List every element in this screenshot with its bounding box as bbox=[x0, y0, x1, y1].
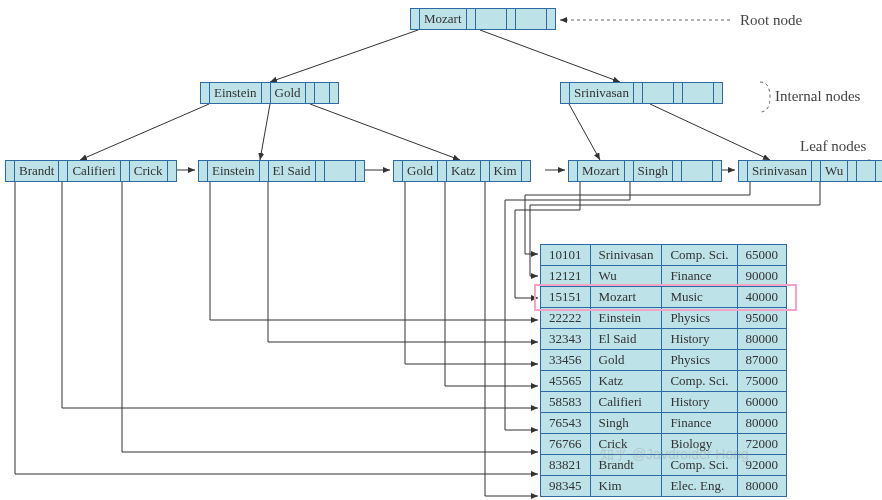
table-cell-salary: 80000 bbox=[737, 413, 787, 434]
leaf-node-0: Brandt Califieri Crick bbox=[5, 160, 177, 182]
table-cell-id: 15151 bbox=[541, 287, 591, 308]
root-node: Mozart bbox=[410, 8, 556, 30]
table-cell-dept: Elec. Eng. bbox=[662, 476, 737, 497]
leaf-node-3: Mozart Singh bbox=[568, 160, 722, 182]
table-cell-id: 98345 bbox=[541, 476, 591, 497]
svg-line-2 bbox=[480, 30, 620, 82]
internal-1-key-0: Srinivasan bbox=[570, 83, 634, 103]
table-cell-id: 12121 bbox=[541, 266, 591, 287]
svg-line-5 bbox=[310, 104, 460, 160]
table-cell-id: 58583 bbox=[541, 392, 591, 413]
table-cell-name: Califieri bbox=[590, 392, 662, 413]
table-cell-salary: 80000 bbox=[737, 329, 787, 350]
table-cell-id: 32343 bbox=[541, 329, 591, 350]
table-cell-salary: 40000 bbox=[737, 287, 787, 308]
table-cell-id: 76766 bbox=[541, 434, 591, 455]
internal-0-key-0: Einstein bbox=[210, 83, 262, 103]
table-row: 22222EinsteinPhysics95000 bbox=[541, 308, 787, 329]
internal-node-1: Srinivasan bbox=[560, 82, 723, 104]
table-cell-dept: Comp. Sci. bbox=[662, 371, 737, 392]
table-row: 32343El SaidHistory80000 bbox=[541, 329, 787, 350]
table-cell-salary: 65000 bbox=[737, 245, 787, 266]
table-cell-salary: 75000 bbox=[737, 371, 787, 392]
leaf-0-key-0: Brandt bbox=[15, 161, 59, 181]
svg-line-7 bbox=[650, 104, 770, 160]
table-cell-id: 76543 bbox=[541, 413, 591, 434]
table-row: 33456GoldPhysics87000 bbox=[541, 350, 787, 371]
leaf-3-key-0: Mozart bbox=[578, 161, 625, 181]
leaf-node-2: Gold Katz Kim bbox=[393, 160, 531, 182]
leaf-1-key-1: El Said bbox=[269, 161, 316, 181]
table-cell-dept: Physics bbox=[662, 350, 737, 371]
leaf-label: Leaf nodes bbox=[800, 138, 866, 155]
leaf-3-key-1: Singh bbox=[634, 161, 673, 181]
table-row: 10101SrinivasanComp. Sci.65000 bbox=[541, 245, 787, 266]
table-row: 12121WuFinance90000 bbox=[541, 266, 787, 287]
table-cell-dept: Comp. Sci. bbox=[662, 245, 737, 266]
leaf-2-key-2: Kim bbox=[490, 161, 522, 181]
table-row: 45565KatzComp. Sci.75000 bbox=[541, 371, 787, 392]
root-key-0: Mozart bbox=[420, 9, 467, 29]
table-cell-dept: History bbox=[662, 329, 737, 350]
table-cell-name: Katz bbox=[590, 371, 662, 392]
table-cell-id: 10101 bbox=[541, 245, 591, 266]
table-cell-id: 33456 bbox=[541, 350, 591, 371]
table-cell-name: El Said bbox=[590, 329, 662, 350]
table-cell-dept: Music bbox=[662, 287, 737, 308]
table-cell-dept: Physics bbox=[662, 308, 737, 329]
table-cell-name: Mozart bbox=[590, 287, 662, 308]
table-row: 58583CalifieriHistory60000 bbox=[541, 392, 787, 413]
leaf-2-key-0: Gold bbox=[403, 161, 438, 181]
internal-label: Internal nodes bbox=[775, 88, 860, 105]
table-cell-id: 83821 bbox=[541, 455, 591, 476]
svg-line-4 bbox=[260, 104, 270, 160]
watermark: 知乎 @Javdroider Hong bbox=[600, 446, 749, 464]
table-cell-name: Gold bbox=[590, 350, 662, 371]
internal-node-0: Einstein Gold bbox=[200, 82, 339, 104]
table-cell-salary: 60000 bbox=[737, 392, 787, 413]
leaf-node-4: Srinivasan Wu bbox=[738, 160, 882, 182]
leaf-node-1: Einstein El Said bbox=[198, 160, 365, 182]
table-cell-id: 22222 bbox=[541, 308, 591, 329]
root-label: Root node bbox=[740, 12, 802, 29]
table-cell-id: 45565 bbox=[541, 371, 591, 392]
leaf-0-key-1: Califieri bbox=[68, 161, 120, 181]
leaf-2-key-1: Katz bbox=[447, 161, 481, 181]
leaf-4-key-0: Srinivasan bbox=[748, 161, 812, 181]
table-cell-salary: 95000 bbox=[737, 308, 787, 329]
leaf-0-key-2: Crick bbox=[130, 161, 168, 181]
table-row: 98345KimElec. Eng.80000 bbox=[541, 476, 787, 497]
table-cell-name: Wu bbox=[590, 266, 662, 287]
table-cell-name: Einstein bbox=[590, 308, 662, 329]
internal-0-key-1: Gold bbox=[271, 83, 306, 103]
leaf-4-key-1: Wu bbox=[821, 161, 848, 181]
table-cell-salary: 80000 bbox=[737, 476, 787, 497]
svg-line-1 bbox=[270, 30, 418, 82]
svg-line-3 bbox=[80, 104, 209, 160]
leaf-1-key-0: Einstein bbox=[208, 161, 260, 181]
table-row: 15151MozartMusic40000 bbox=[541, 287, 787, 308]
table-cell-dept: Finance bbox=[662, 413, 737, 434]
table-cell-dept: History bbox=[662, 392, 737, 413]
svg-line-6 bbox=[569, 104, 600, 160]
table-cell-salary: 87000 bbox=[737, 350, 787, 371]
table-cell-name: Kim bbox=[590, 476, 662, 497]
table-cell-dept: Finance bbox=[662, 266, 737, 287]
table-row: 76543SinghFinance80000 bbox=[541, 413, 787, 434]
table-cell-name: Singh bbox=[590, 413, 662, 434]
table-cell-salary: 90000 bbox=[737, 266, 787, 287]
table-cell-name: Srinivasan bbox=[590, 245, 662, 266]
